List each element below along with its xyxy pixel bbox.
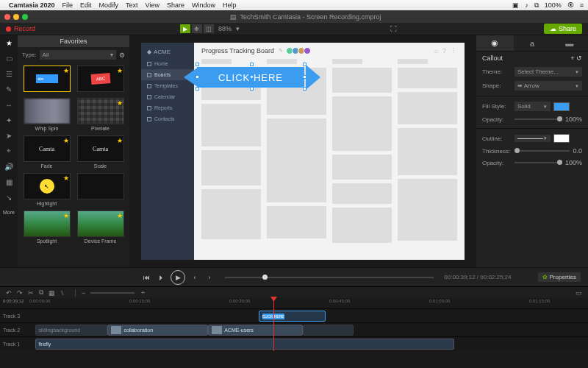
- settings-icon[interactable]: ⚙: [119, 52, 125, 59]
- canvas-area[interactable]: ◆ ACME HomeBoardsTemplatesCalendarReport…: [129, 35, 476, 267]
- outline-select[interactable]: ▼: [514, 135, 551, 142]
- crop-tool-icon[interactable]: ◫: [204, 24, 214, 33]
- mock-sidebar: ◆ ACME HomeBoardsTemplatesCalendarReport…: [141, 43, 194, 260]
- hand-tool-icon[interactable]: ✥: [192, 24, 202, 33]
- canvas-content: ◆ ACME HomeBoardsTemplatesCalendarReport…: [141, 43, 465, 260]
- timeline-clip[interactable]: collaboration: [107, 325, 208, 336]
- opacity-value: 100%: [565, 116, 582, 123]
- annotations-icon[interactable]: ✎: [4, 85, 13, 93]
- opacity2-value: 100%: [565, 159, 582, 166]
- library-header: Favorites: [18, 35, 129, 47]
- animations-icon[interactable]: ➤: [4, 131, 13, 140]
- zoom-out-icon[interactable]: −: [75, 289, 85, 297]
- wifi-icon[interactable]: ⧉: [534, 1, 539, 10]
- library-item[interactable]: ★Pixelate: [76, 98, 125, 131]
- play-button[interactable]: ▶: [171, 270, 185, 285]
- transitions-icon[interactable]: ↔: [4, 100, 13, 109]
- favorites-icon[interactable]: ★: [4, 38, 13, 47]
- timeline-track[interactable]: Track 1firefly: [0, 336, 588, 350]
- theme-select[interactable]: Select Theme...▼: [514, 67, 582, 77]
- opacity-slider[interactable]: [514, 118, 562, 120]
- library-item[interactable]: ★Spotlight: [22, 210, 71, 244]
- library-item[interactable]: ★Whip Spin: [22, 98, 71, 131]
- select-tool-icon[interactable]: ▶: [180, 24, 190, 33]
- next-marker-button[interactable]: ›: [204, 272, 215, 283]
- undo-icon[interactable]: ↶: [6, 289, 12, 297]
- library-item[interactable]: ★CamtaScale: [76, 135, 125, 169]
- timeline-clip[interactable]: [303, 325, 353, 336]
- fill-color[interactable]: [553, 102, 570, 111]
- library-item[interactable]: ★↖Highlight: [22, 173, 71, 206]
- audio-icon[interactable]: 🔊: [4, 162, 13, 171]
- timeline-track[interactable]: Track 3CLICK HERE: [0, 308, 588, 322]
- shape-select[interactable]: ➡ Arrow▼: [514, 81, 582, 91]
- fill-select[interactable]: Solid▼: [514, 102, 551, 111]
- timeline-clip[interactable]: firefly: [35, 339, 454, 350]
- record-button[interactable]: Record: [6, 25, 35, 32]
- window-controls[interactable]: [4, 14, 28, 20]
- tab-text[interactable]: a: [514, 35, 551, 51]
- library-item[interactable]: ★Device Frame: [76, 210, 125, 244]
- prev-clip-button[interactable]: ⏮: [141, 272, 151, 283]
- menu-modify[interactable]: Modify: [99, 1, 119, 9]
- library-item[interactable]: [76, 173, 125, 206]
- add-icon[interactable]: +: [570, 54, 574, 62]
- timeline-clip[interactable]: slidingbackground: [35, 325, 108, 336]
- menu-help[interactable]: Help: [223, 1, 237, 9]
- copy-icon[interactable]: ⧉: [39, 289, 43, 297]
- fullscreen-icon[interactable]: ⛶: [389, 25, 399, 32]
- menu-file[interactable]: File: [62, 1, 74, 9]
- thickness-slider[interactable]: [514, 150, 570, 152]
- type-filter[interactable]: All▾: [40, 50, 116, 60]
- theme-label: Theme:: [482, 68, 512, 75]
- cut-icon[interactable]: ✂: [28, 289, 34, 297]
- menu-edit[interactable]: Edit: [80, 1, 92, 9]
- app-menu[interactable]: Camtasia 2020: [9, 1, 55, 9]
- library-item[interactable]: ★CamtaFade: [22, 135, 71, 169]
- library-icon[interactable]: ☰: [4, 69, 13, 78]
- library-item[interactable]: ★abc: [22, 66, 71, 93]
- more-tools[interactable]: More: [3, 210, 15, 215]
- ruler-tick: 0:00:00;00: [29, 299, 50, 303]
- cursor-icon[interactable]: ⌖: [4, 146, 13, 155]
- visual-icon[interactable]: ▦: [4, 177, 13, 186]
- ruler-tick: 0:00:30;00: [229, 299, 250, 303]
- zoom-dropdown-icon[interactable]: ▾: [236, 25, 240, 32]
- tab-visual[interactable]: ◉: [476, 35, 514, 51]
- scrub-bar[interactable]: [225, 277, 434, 278]
- menu-window[interactable]: Window: [192, 1, 215, 9]
- gesture-icon[interactable]: ↘: [4, 193, 13, 202]
- menu-text[interactable]: Text: [126, 1, 138, 9]
- split-icon[interactable]: ⑊: [60, 289, 64, 297]
- menu-icon[interactable]: ≡: [580, 1, 584, 9]
- redo-icon[interactable]: ↷: [17, 289, 23, 297]
- video-icon[interactable]: ▣: [512, 1, 519, 9]
- timeline-clip[interactable]: CLICK HERE: [259, 311, 326, 322]
- prev-marker-button[interactable]: ‹: [190, 272, 200, 283]
- behaviors-icon[interactable]: ✦: [4, 116, 13, 124]
- menu-share[interactable]: Share: [167, 1, 184, 9]
- zoom-slider[interactable]: [90, 292, 135, 294]
- zoom-in-icon[interactable]: ＋: [140, 288, 146, 297]
- reset-icon[interactable]: ↺: [576, 54, 582, 62]
- library-item[interactable]: ★ABC: [76, 66, 125, 93]
- share-button[interactable]: Share: [544, 24, 582, 34]
- timeline-ruler[interactable]: 0:00:39;12 0:00:00;00 0:00:15;00 0:00:30…: [0, 298, 588, 308]
- menu-view[interactable]: View: [146, 1, 159, 9]
- timeline-clip[interactable]: ACME-users: [208, 325, 303, 336]
- spotlight-icon[interactable]: ⦿: [567, 1, 574, 9]
- timeline-menu-icon[interactable]: ▭: [576, 289, 582, 297]
- outline-color[interactable]: [553, 134, 570, 143]
- opacity2-slider[interactable]: [514, 162, 562, 163]
- edit-icon: ✎: [279, 48, 283, 54]
- search-icon: ⌕: [434, 47, 438, 54]
- timeline-track[interactable]: Track 2slidingbackgroundcollaborationACM…: [0, 322, 588, 336]
- playhead[interactable]: [273, 298, 274, 351]
- paste-icon[interactable]: ▦: [49, 289, 55, 297]
- properties-button[interactable]: Properties: [538, 272, 581, 282]
- shape-label: Shape:: [482, 82, 512, 89]
- audio-icon[interactable]: ♪: [525, 1, 528, 9]
- tab-chat[interactable]: ▬: [551, 35, 588, 51]
- step-back-button[interactable]: ⏵: [156, 272, 166, 283]
- media-icon[interactable]: ▭: [4, 54, 13, 63]
